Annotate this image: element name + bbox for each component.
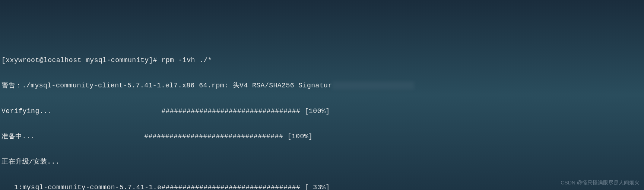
terminal-preparing-line: 准备中... #################################… — [1, 130, 643, 143]
warning-text: 警告：./mysql-community-client-5.7.41-1.el7… — [1, 82, 332, 89]
terminal-verifying-line: Verifying... ###########################… — [1, 105, 643, 117]
terminal-warning-line: 警告：./mysql-community-client-5.7.41-1.el7… — [1, 79, 643, 92]
watermark-text: CSDN @怪只怪满眼尽是人间烟火 — [561, 178, 640, 188]
terminal-upgrading-line: 正在升级/安装... — [1, 155, 643, 168]
terminal-pkg1-line: 1:mysql-community-common-5.7.41-1.e#####… — [1, 181, 643, 190]
terminal-prompt-line: [xxywroot@localhost mysql-community]# rp… — [1, 54, 643, 67]
redacted-block — [332, 81, 414, 90]
